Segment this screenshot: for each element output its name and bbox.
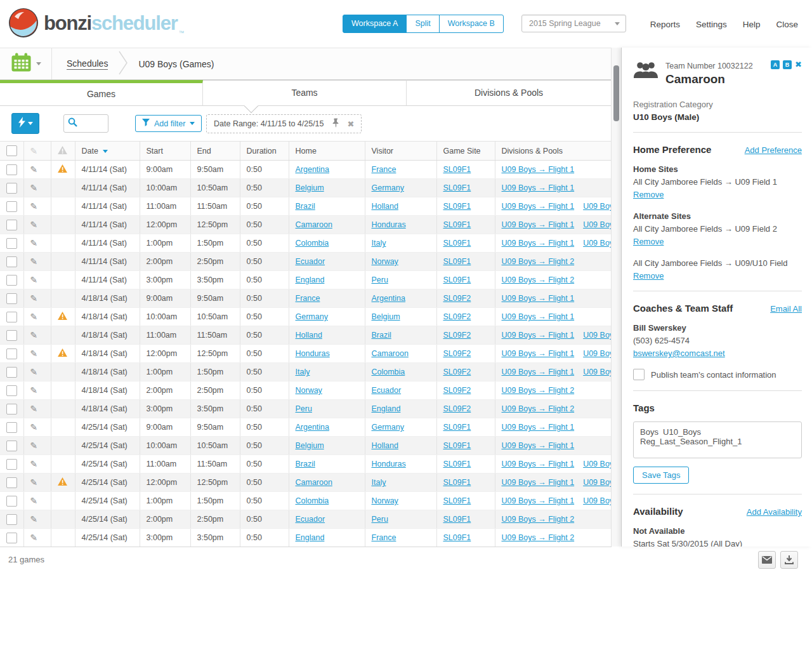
edit-pencil-icon[interactable]: ✎	[30, 256, 38, 267]
division-pool-link[interactable]: U09 Boys → Flight 1	[502, 349, 575, 358]
edit-pencil-icon[interactable]: ✎	[30, 477, 38, 488]
add-preference-link[interactable]: Add Preference	[745, 145, 802, 155]
row-checkbox[interactable]	[6, 164, 17, 175]
division-pool-link[interactable]: U09 Boys → Flight 1	[502, 460, 575, 468]
nav-help[interactable]: Help	[743, 20, 761, 29]
quick-actions-button[interactable]	[11, 113, 39, 134]
row-checkbox[interactable]	[6, 220, 17, 230]
visitor-team-link[interactable]: Belgium	[372, 312, 400, 321]
edit-pencil-icon[interactable]: ✎	[30, 422, 38, 432]
game-site-link[interactable]: SL09F2	[443, 349, 471, 358]
home-team-link[interactable]: Camaroon	[296, 478, 332, 487]
edit-pencil-icon[interactable]: ✎	[30, 348, 38, 359]
row-checkbox[interactable]	[6, 275, 17, 286]
remove-alternate-site-link[interactable]: Remove	[633, 237, 664, 246]
home-team-link[interactable]: Ecuador	[296, 257, 325, 266]
row-checkbox[interactable]	[6, 477, 17, 488]
edit-pencil-icon[interactable]: ✎	[30, 385, 38, 395]
remove-home-site-link[interactable]: Remove	[633, 190, 664, 199]
home-team-link[interactable]: Ecuador	[296, 515, 325, 524]
table-scrollbar[interactable]	[611, 48, 621, 547]
pin-icon[interactable]	[332, 118, 340, 129]
visitor-team-link[interactable]: Argentina	[372, 294, 406, 303]
home-team-link[interactable]: Belgium	[296, 441, 324, 450]
remove-alternate-site-link[interactable]: Remove	[633, 271, 664, 281]
division-pool-link[interactable]: U09 Boys → Flight 2	[502, 257, 575, 266]
division-pool-link[interactable]: U09 Boys → Flight 1	[502, 478, 575, 487]
visitor-team-link[interactable]: Colombia	[372, 368, 405, 376]
edit-pencil-icon[interactable]: ✎	[30, 275, 38, 285]
home-team-link[interactable]: France	[296, 294, 320, 303]
row-checkbox[interactable]	[6, 312, 17, 322]
game-site-link[interactable]: SL09F2	[443, 386, 471, 395]
game-site-link[interactable]: SL09F1	[443, 220, 471, 229]
game-site-link[interactable]: SL09F1	[443, 496, 471, 505]
search-input[interactable]	[80, 119, 108, 129]
column-header-duration[interactable]: Duration	[240, 142, 289, 161]
visitor-team-link[interactable]: Honduras	[372, 220, 406, 229]
visitor-team-link[interactable]: Camaroon	[372, 349, 409, 358]
row-checkbox[interactable]	[6, 330, 17, 341]
home-team-link[interactable]: England	[296, 533, 325, 542]
edit-pencil-icon[interactable]: ✎	[30, 533, 38, 543]
row-checkbox[interactable]	[6, 201, 17, 212]
division-pool-link[interactable]: U09 Boys → Flight 1	[502, 441, 575, 450]
division-pool-link[interactable]: U09 Boys →	[583, 368, 611, 376]
division-pool-link[interactable]: U09 Boys →	[583, 478, 611, 487]
nav-reports[interactable]: Reports	[650, 20, 680, 29]
edit-pencil-icon[interactable]: ✎	[30, 164, 38, 175]
home-team-link[interactable]: England	[296, 275, 325, 284]
home-team-link[interactable]: Holland	[296, 331, 322, 340]
division-pool-link[interactable]: U09 Boys →	[583, 202, 611, 211]
game-site-link[interactable]: SL09F1	[443, 257, 471, 266]
column-header-end[interactable]: End	[190, 142, 240, 161]
game-site-link[interactable]: SL09F2	[443, 294, 471, 303]
add-availability-link[interactable]: Add Availability	[747, 507, 802, 517]
email-all-link[interactable]: Email All	[770, 304, 802, 314]
division-pool-link[interactable]: U09 Boys → Flight 1	[502, 202, 575, 211]
edit-pencil-icon[interactable]: ✎	[30, 514, 38, 524]
row-checkbox[interactable]	[6, 514, 17, 525]
visitor-team-link[interactable]: Germany	[372, 423, 404, 432]
row-checkbox[interactable]	[6, 183, 17, 194]
division-pool-link[interactable]: U09 Boys →	[583, 460, 611, 468]
workspace-b-button[interactable]: Workspace B	[439, 15, 504, 33]
league-select[interactable]: 2015 Spring League	[521, 15, 626, 32]
tags-textarea[interactable]: Boys U10_Boys Reg_Last_Season_Flight_1	[633, 421, 802, 458]
visitor-team-link[interactable]: France	[372, 165, 396, 174]
game-site-link[interactable]: SL09F2	[443, 404, 471, 413]
breadcrumb-schedules-link[interactable]: Schedules	[67, 58, 108, 70]
nav-close[interactable]: Close	[776, 20, 798, 29]
division-pool-link[interactable]: U09 Boys → Flight 1	[502, 331, 575, 340]
edit-pencil-icon[interactable]: ✎	[30, 441, 38, 451]
division-pool-link[interactable]: U09 Boys →	[583, 331, 611, 340]
game-site-link[interactable]: SL09F1	[443, 239, 471, 248]
division-pool-link[interactable]: U09 Boys → Flight 1	[502, 294, 575, 303]
home-team-link[interactable]: Honduras	[296, 349, 330, 358]
tab-teams[interactable]: Teams	[203, 80, 407, 106]
game-site-link[interactable]: SL09F2	[443, 368, 471, 376]
workspace-a-badge[interactable]: A	[771, 60, 780, 69]
edit-pencil-icon[interactable]: ✎	[30, 459, 38, 469]
edit-pencil-icon[interactable]: ✎	[30, 330, 38, 340]
visitor-team-link[interactable]: Peru	[372, 275, 388, 284]
division-pool-link[interactable]: U09 Boys → Flight 1	[502, 423, 575, 432]
game-site-link[interactable]: SL09F1	[443, 441, 471, 450]
game-site-link[interactable]: SL09F2	[443, 331, 471, 340]
home-team-link[interactable]: Brazil	[296, 460, 315, 468]
split-button[interactable]: Split	[406, 15, 439, 33]
coach-email-link[interactable]: bswerskey@comcast.net	[633, 348, 725, 358]
division-pool-link[interactable]: U09 Boys → Flight 1	[502, 220, 575, 229]
game-site-link[interactable]: SL09F2	[443, 312, 471, 321]
home-team-link[interactable]: Camaroon	[296, 220, 332, 229]
visitor-team-link[interactable]: England	[372, 404, 401, 413]
visitor-team-link[interactable]: Ecuador	[372, 386, 402, 395]
tab-games[interactable]: Games	[0, 80, 203, 106]
remove-filter-icon[interactable]: ✖	[348, 119, 355, 129]
division-pool-link[interactable]: U09 Boys → Flight 2	[502, 533, 575, 542]
row-checkbox[interactable]	[6, 404, 17, 415]
column-header-start[interactable]: Start	[140, 142, 190, 161]
download-games-button[interactable]	[780, 551, 798, 569]
home-team-link[interactable]: Argentina	[296, 165, 330, 174]
home-team-link[interactable]: Italy	[296, 368, 310, 376]
